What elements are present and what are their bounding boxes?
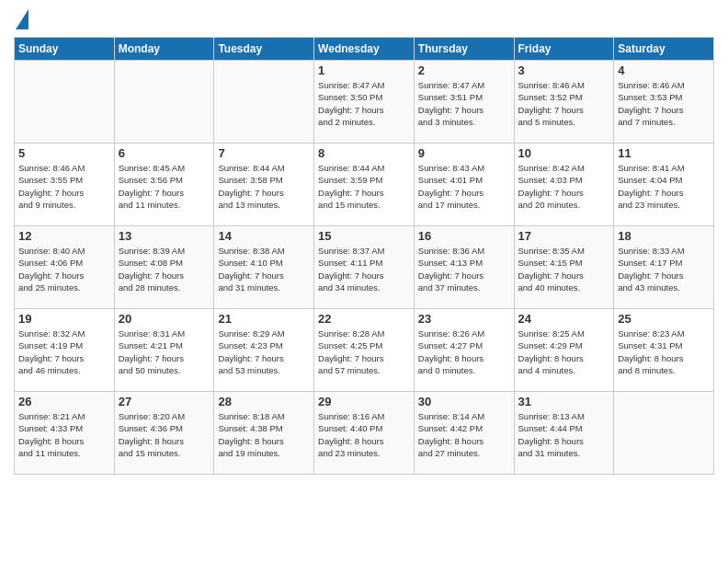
day-number: 9 <box>418 146 510 160</box>
calendar-cell: 15Sunrise: 8:37 AM Sunset: 4:11 PM Dayli… <box>314 226 415 309</box>
day-info: Sunrise: 8:20 AM Sunset: 4:36 PM Dayligh… <box>119 410 210 459</box>
day-number: 17 <box>518 229 610 243</box>
week-row-4: 19Sunrise: 8:32 AM Sunset: 4:19 PM Dayli… <box>15 309 714 392</box>
day-number: 5 <box>18 146 110 160</box>
day-number: 26 <box>18 395 110 408</box>
day-number: 28 <box>218 395 310 408</box>
day-number: 4 <box>618 63 710 77</box>
day-number: 8 <box>318 146 410 160</box>
day-number: 1 <box>318 63 410 77</box>
day-number: 18 <box>618 229 710 243</box>
day-info: Sunrise: 8:28 AM Sunset: 4:25 PM Dayligh… <box>318 327 410 376</box>
calendar-cell: 23Sunrise: 8:26 AM Sunset: 4:27 PM Dayli… <box>414 309 514 392</box>
day-info: Sunrise: 8:47 AM Sunset: 3:50 PM Dayligh… <box>318 79 410 128</box>
calendar-cell: 6Sunrise: 8:45 AM Sunset: 3:56 PM Daylig… <box>114 144 214 226</box>
day-info: Sunrise: 8:16 AM Sunset: 4:40 PM Dayligh… <box>318 410 410 459</box>
day-info: Sunrise: 8:46 AM Sunset: 3:52 PM Dayligh… <box>518 79 610 128</box>
calendar-cell: 10Sunrise: 8:42 AM Sunset: 4:03 PM Dayli… <box>514 144 614 226</box>
calendar-cell <box>214 61 314 144</box>
calendar-cell: 14Sunrise: 8:38 AM Sunset: 4:10 PM Dayli… <box>214 226 314 309</box>
calendar-cell: 16Sunrise: 8:36 AM Sunset: 4:13 PM Dayli… <box>414 226 514 309</box>
day-info: Sunrise: 8:37 AM Sunset: 4:11 PM Dayligh… <box>318 245 410 293</box>
calendar-cell: 28Sunrise: 8:18 AM Sunset: 4:38 PM Dayli… <box>214 392 314 475</box>
day-number: 3 <box>518 63 610 77</box>
day-info: Sunrise: 8:33 AM Sunset: 4:17 PM Dayligh… <box>618 245 710 293</box>
day-number: 14 <box>218 229 310 243</box>
calendar-cell: 30Sunrise: 8:14 AM Sunset: 4:42 PM Dayli… <box>414 392 514 475</box>
day-number: 19 <box>18 312 110 326</box>
day-info: Sunrise: 8:18 AM Sunset: 4:38 PM Dayligh… <box>218 410 310 459</box>
day-number: 31 <box>518 395 610 408</box>
day-number: 25 <box>618 312 710 326</box>
day-info: Sunrise: 8:31 AM Sunset: 4:21 PM Dayligh… <box>119 327 210 376</box>
calendar-cell: 17Sunrise: 8:35 AM Sunset: 4:15 PM Dayli… <box>514 226 614 309</box>
day-number: 12 <box>18 229 110 243</box>
calendar-cell: 5Sunrise: 8:46 AM Sunset: 3:55 PM Daylig… <box>15 144 115 226</box>
calendar-cell: 9Sunrise: 8:43 AM Sunset: 4:01 PM Daylig… <box>414 144 514 226</box>
day-info: Sunrise: 8:40 AM Sunset: 4:06 PM Dayligh… <box>18 245 110 293</box>
week-row-3: 12Sunrise: 8:40 AM Sunset: 4:06 PM Dayli… <box>15 226 714 309</box>
calendar-cell: 3Sunrise: 8:46 AM Sunset: 3:52 PM Daylig… <box>514 61 614 144</box>
calendar-table: SundayMondayTuesdayWednesdayThursdayFrid… <box>14 37 714 475</box>
week-row-1: 1Sunrise: 8:47 AM Sunset: 3:50 PM Daylig… <box>15 61 714 144</box>
day-number: 27 <box>119 395 210 408</box>
day-info: Sunrise: 8:43 AM Sunset: 4:01 PM Dayligh… <box>418 162 510 211</box>
day-info: Sunrise: 8:45 AM Sunset: 3:56 PM Dayligh… <box>119 162 210 211</box>
page: SundayMondayTuesdayWednesdayThursdayFrid… <box>0 0 728 563</box>
calendar-cell: 22Sunrise: 8:28 AM Sunset: 4:25 PM Dayli… <box>314 309 415 392</box>
days-header-row: SundayMondayTuesdayWednesdayThursdayFrid… <box>15 38 714 61</box>
day-info: Sunrise: 8:32 AM Sunset: 4:19 PM Dayligh… <box>18 327 110 376</box>
logo-triangle-icon <box>16 9 28 29</box>
header <box>14 9 714 29</box>
day-info: Sunrise: 8:44 AM Sunset: 3:59 PM Dayligh… <box>318 162 410 211</box>
day-number: 7 <box>218 146 310 160</box>
calendar-cell: 29Sunrise: 8:16 AM Sunset: 4:40 PM Dayli… <box>314 392 415 475</box>
calendar-cell: 21Sunrise: 8:29 AM Sunset: 4:23 PM Dayli… <box>214 309 314 392</box>
day-info: Sunrise: 8:25 AM Sunset: 4:29 PM Dayligh… <box>518 327 610 376</box>
calendar-cell: 18Sunrise: 8:33 AM Sunset: 4:17 PM Dayli… <box>614 226 714 309</box>
calendar-cell: 13Sunrise: 8:39 AM Sunset: 4:08 PM Dayli… <box>114 226 214 309</box>
week-row-2: 5Sunrise: 8:46 AM Sunset: 3:55 PM Daylig… <box>15 144 714 226</box>
day-info: Sunrise: 8:26 AM Sunset: 4:27 PM Dayligh… <box>418 327 510 376</box>
day-info: Sunrise: 8:41 AM Sunset: 4:04 PM Dayligh… <box>618 162 710 211</box>
day-info: Sunrise: 8:13 AM Sunset: 4:44 PM Dayligh… <box>518 410 610 459</box>
calendar-cell: 31Sunrise: 8:13 AM Sunset: 4:44 PM Dayli… <box>514 392 614 475</box>
day-number: 24 <box>518 312 610 326</box>
day-info: Sunrise: 8:35 AM Sunset: 4:15 PM Dayligh… <box>518 245 610 293</box>
column-header-sunday: Sunday <box>15 38 115 61</box>
calendar-cell: 12Sunrise: 8:40 AM Sunset: 4:06 PM Dayli… <box>15 226 115 309</box>
calendar-cell: 8Sunrise: 8:44 AM Sunset: 3:59 PM Daylig… <box>314 144 415 226</box>
day-info: Sunrise: 8:23 AM Sunset: 4:31 PM Dayligh… <box>618 327 710 376</box>
day-info: Sunrise: 8:42 AM Sunset: 4:03 PM Dayligh… <box>518 162 610 211</box>
day-number: 29 <box>318 395 410 408</box>
day-info: Sunrise: 8:14 AM Sunset: 4:42 PM Dayligh… <box>418 410 510 459</box>
day-info: Sunrise: 8:39 AM Sunset: 4:08 PM Dayligh… <box>119 245 210 293</box>
column-header-thursday: Thursday <box>414 38 514 61</box>
column-header-friday: Friday <box>514 38 614 61</box>
day-number: 22 <box>318 312 410 326</box>
calendar-cell <box>15 61 115 144</box>
calendar-cell: 2Sunrise: 8:47 AM Sunset: 3:51 PM Daylig… <box>414 61 514 144</box>
column-header-wednesday: Wednesday <box>314 38 415 61</box>
calendar-cell <box>614 392 714 475</box>
day-info: Sunrise: 8:46 AM Sunset: 3:53 PM Dayligh… <box>618 79 710 128</box>
calendar-cell: 4Sunrise: 8:46 AM Sunset: 3:53 PM Daylig… <box>614 61 714 144</box>
day-number: 2 <box>418 63 510 77</box>
day-info: Sunrise: 8:47 AM Sunset: 3:51 PM Dayligh… <box>418 79 510 128</box>
day-number: 30 <box>418 395 510 408</box>
calendar-cell <box>114 61 214 144</box>
day-number: 11 <box>618 146 710 160</box>
calendar-cell: 25Sunrise: 8:23 AM Sunset: 4:31 PM Dayli… <box>614 309 714 392</box>
day-info: Sunrise: 8:46 AM Sunset: 3:55 PM Dayligh… <box>18 162 110 211</box>
column-header-saturday: Saturday <box>614 38 714 61</box>
day-number: 16 <box>418 229 510 243</box>
day-info: Sunrise: 8:29 AM Sunset: 4:23 PM Dayligh… <box>218 327 310 376</box>
day-number: 10 <box>518 146 610 160</box>
day-number: 15 <box>318 229 410 243</box>
calendar-cell: 1Sunrise: 8:47 AM Sunset: 3:50 PM Daylig… <box>314 61 415 144</box>
column-header-tuesday: Tuesday <box>214 38 314 61</box>
day-number: 13 <box>119 229 210 243</box>
day-info: Sunrise: 8:44 AM Sunset: 3:58 PM Dayligh… <box>218 162 310 211</box>
calendar-body: 1Sunrise: 8:47 AM Sunset: 3:50 PM Daylig… <box>15 61 714 475</box>
day-info: Sunrise: 8:36 AM Sunset: 4:13 PM Dayligh… <box>418 245 510 293</box>
